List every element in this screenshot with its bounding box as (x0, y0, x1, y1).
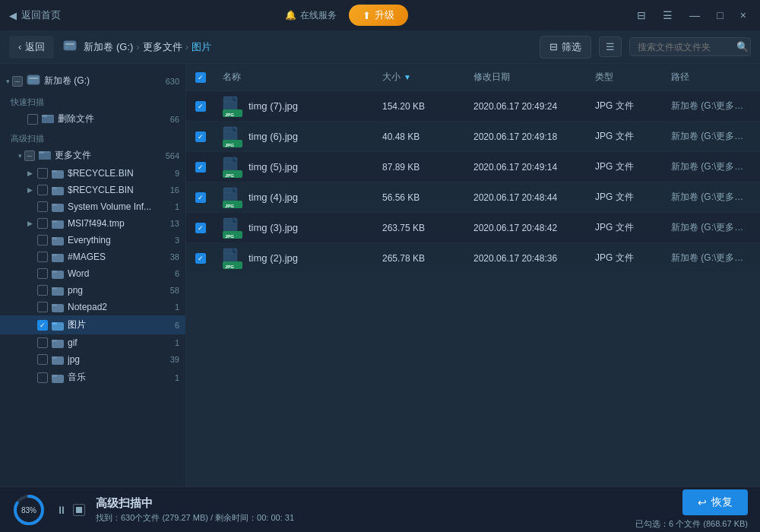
svg-rect-4 (29, 78, 38, 79)
item-label: Notepad2 (68, 302, 172, 312)
row-checkbox[interactable] (195, 223, 206, 233)
bell-icon: 🔔 (285, 10, 296, 21)
sidebar-item-$recycle.bin[interactable]: ▶$RECYCLE.BIN16 (0, 182, 185, 198)
sidebar-toggle-button[interactable]: ⊟ (632, 6, 651, 24)
th-path[interactable]: 路径 (671, 71, 751, 84)
sidebar-item-音乐[interactable]: 音乐1 (0, 368, 185, 387)
row-filename: timg (7).jpg (249, 100, 298, 112)
table-body: JPG timg (7).jpg154.20 KB2020.06.17 20:4… (186, 91, 760, 486)
back-button[interactable]: ‹ 返回 (9, 36, 54, 59)
row-path: 新加卷 (G:\更多文件... (671, 160, 751, 173)
close-button[interactable]: × (736, 6, 751, 24)
restore-button[interactable]: ↩ 恢复 (682, 489, 748, 515)
pause-button[interactable]: ⏸ (56, 504, 67, 516)
row-checkbox[interactable] (195, 101, 206, 112)
back-home-button[interactable]: ◀ 返回首页 (9, 8, 61, 22)
table-row[interactable]: JPG timg (6).jpg40.48 KB2020.06.17 20:49… (186, 122, 760, 152)
th-size[interactable]: 大小 ▼ (382, 71, 473, 84)
item-count: 1 (175, 302, 179, 312)
folder-icon (52, 354, 64, 365)
row-checkbox[interactable] (195, 162, 206, 173)
root-drive-label: 新加卷 (G:) (44, 74, 163, 87)
upgrade-button[interactable]: ⬆ 升级 (349, 5, 408, 26)
row-path: 新加卷 (G:\更多文件... (671, 252, 751, 264)
svg-rect-41 (223, 131, 233, 132)
sidebar-item-#mages[interactable]: #MAGES38 (0, 249, 185, 265)
item-checkbox[interactable] (37, 252, 48, 262)
breadcrumb-more-files[interactable]: 更多文件 (143, 40, 182, 54)
item-checkbox[interactable] (37, 285, 48, 296)
row-checkbox[interactable] (195, 253, 206, 264)
item-checkbox[interactable] (37, 354, 48, 365)
item-count: 13 (170, 219, 179, 228)
search-input[interactable] (638, 42, 736, 52)
jpg-file-icon: JPG (223, 248, 242, 269)
item-checkbox[interactable] (37, 168, 48, 179)
breadcrumb-drive[interactable]: 新加卷 (G:) (84, 40, 133, 54)
item-count: 58 (170, 286, 179, 295)
row-date: 2020.06.17 20:48:36 (473, 253, 595, 264)
row-checkbox[interactable] (195, 192, 206, 203)
breadcrumb-current[interactable]: 图片 (192, 40, 211, 54)
table-row[interactable]: JPG timg (7).jpg154.20 KB2020.06.17 20:4… (186, 91, 760, 122)
sidebar: ▾ 新加卷 (G:) 630 快速扫描 删除文件 66 (0, 64, 186, 486)
sidebar-item-everything[interactable]: Everything3 (0, 232, 185, 249)
th-date[interactable]: 修改日期 (473, 71, 595, 84)
sidebar-item-$recycle.bin[interactable]: ▶$RECYCLE.BIN9 (0, 165, 185, 182)
select-all-checkbox[interactable] (195, 72, 206, 83)
sidebar-item-png[interactable]: png58 (0, 282, 185, 299)
svg-rect-53 (223, 223, 233, 223)
item-checkbox[interactable] (37, 201, 48, 212)
item-checkbox[interactable] (37, 302, 48, 312)
table-row[interactable]: JPG timg (2).jpg265.78 KB2020.06.17 20:4… (186, 243, 760, 274)
menu-button[interactable]: ☰ (658, 6, 677, 24)
sidebar-item-notepad2[interactable]: Notepad21 (0, 299, 185, 315)
item-checkbox[interactable] (37, 235, 48, 245)
sidebar-item-图片[interactable]: 图片6 (0, 315, 185, 334)
row-checkbox-cell (195, 162, 223, 173)
view-toggle-button[interactable]: ☰ (599, 36, 622, 57)
svg-rect-5 (29, 81, 32, 82)
sidebar-item-root-drive[interactable]: ▾ 新加卷 (G:) 630 (0, 70, 185, 92)
svg-rect-21 (52, 254, 57, 256)
svg-rect-37 (223, 101, 233, 102)
table-row[interactable]: JPG timg (5).jpg87.89 KB2020.06.17 20:49… (186, 152, 760, 182)
more-files-checkbox[interactable] (24, 150, 35, 161)
restore-area: ↩ 恢复 已勾选：6 个文件 (868.67 KB) (635, 489, 748, 530)
filter-icon: ⊟ (549, 41, 558, 52)
maximize-button[interactable]: □ (712, 6, 727, 24)
item-checkbox[interactable] (37, 320, 48, 331)
sidebar-item-system-volume-inf...[interactable]: System Volume Inf...1 (0, 198, 185, 215)
row-filename: timg (5).jpg (249, 161, 298, 173)
item-checkbox[interactable] (37, 218, 48, 229)
stop-icon (76, 507, 82, 513)
sidebar-item-deleted-files[interactable]: 删除文件 66 (0, 109, 185, 128)
table-row[interactable]: JPG timg (4).jpg56.56 KB2020.06.17 20:48… (186, 182, 760, 213)
online-service[interactable]: 🔔 在线服务 (285, 9, 337, 22)
sidebar-item-jpg[interactable]: jpg39 (0, 351, 185, 368)
svg-rect-25 (52, 287, 57, 290)
svg-rect-15 (52, 204, 57, 206)
folder-icon-deleted (42, 112, 54, 125)
deleted-files-checkbox[interactable] (27, 114, 38, 125)
minimize-button[interactable]: — (685, 6, 705, 24)
item-checkbox[interactable] (37, 337, 48, 348)
row-checkbox-cell (195, 223, 223, 233)
sidebar-item-word[interactable]: Word6 (0, 265, 185, 282)
row-size: 265.78 KB (382, 253, 473, 264)
stop-button[interactable] (73, 504, 85, 516)
table-row[interactable]: JPG timg (3).jpg263.75 KB2020.06.17 20:4… (186, 213, 760, 243)
row-checkbox[interactable] (195, 131, 206, 142)
th-type[interactable]: 类型 (595, 71, 671, 84)
folder-icon (52, 285, 64, 296)
item-checkbox[interactable] (37, 372, 48, 383)
search-box[interactable]: 🔍 (629, 37, 751, 56)
root-drive-checkbox[interactable] (12, 76, 23, 87)
sidebar-item-more-files[interactable]: ▾ 更多文件 564 (0, 146, 185, 165)
filter-button[interactable]: ⊟ 筛选 (540, 36, 591, 59)
item-checkbox[interactable] (37, 268, 48, 279)
item-checkbox[interactable] (37, 185, 48, 195)
th-name[interactable]: 名称 (223, 71, 382, 84)
sidebar-item-gif[interactable]: gif1 (0, 334, 185, 351)
sidebar-item-msi7f494.tmp[interactable]: ▶MSI7f494.tmp13 (0, 215, 185, 232)
